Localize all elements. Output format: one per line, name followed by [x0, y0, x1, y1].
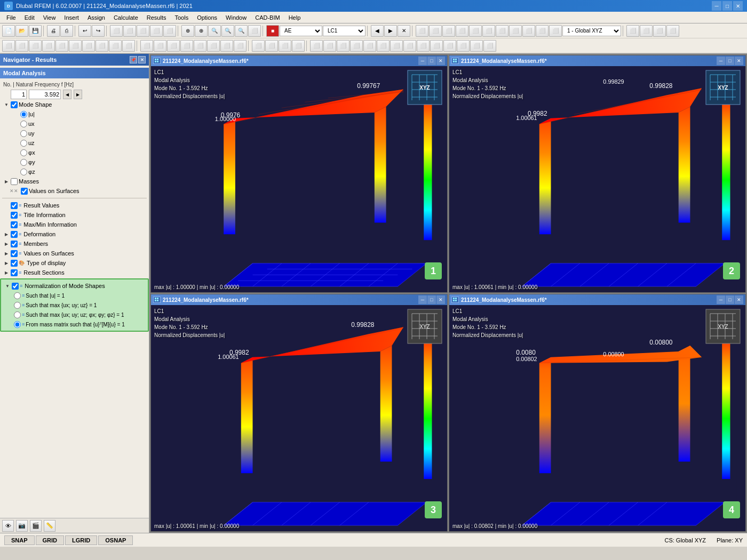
- tb-btn-z[interactable]: ⬜: [549, 25, 562, 37]
- rs-checkbox[interactable]: [11, 269, 18, 276]
- tb-save[interactable]: 💾: [29, 25, 42, 37]
- mode-radio-ux[interactable]: [20, 121, 27, 127]
- mm-expand[interactable]: [3, 221, 10, 228]
- norm-checkbox[interactable]: [12, 283, 19, 290]
- mode-radio-phiz[interactable]: [20, 169, 27, 175]
- norm-radio-2[interactable]: [14, 302, 21, 309]
- tb2-btn-aa[interactable]: ⬜: [363, 40, 376, 52]
- tb2-btn-p[interactable]: ⬜: [207, 40, 220, 52]
- tb-btn-t[interactable]: ⬜: [469, 25, 482, 37]
- tb-btn-u[interactable]: ⬜: [482, 25, 495, 37]
- menu-assign[interactable]: Assign: [83, 13, 109, 22]
- menu-tools[interactable]: Tools: [170, 13, 193, 22]
- tb2-btn-i[interactable]: ⬜: [109, 40, 122, 52]
- norm-opt-3[interactable]: ≡ Such that max {ux; uy; uz; φx; φy; φz}…: [13, 310, 147, 319]
- tb-btn-aa[interactable]: ⬜: [626, 25, 639, 37]
- grid-section[interactable]: GRID: [36, 535, 65, 545]
- type-display-item[interactable]: ▶ 🎨 Type of display: [0, 258, 149, 268]
- freq-value-input[interactable]: [29, 90, 61, 99]
- ti-expand[interactable]: [3, 212, 10, 218]
- tb2-btn-o[interactable]: ⬜: [194, 40, 206, 52]
- rs-expand[interactable]: ▶: [3, 269, 10, 276]
- menu-calculate[interactable]: Calculate: [109, 13, 142, 22]
- tb2-btn-af[interactable]: ⬜: [430, 40, 443, 52]
- masses-item[interactable]: ▶ Masses: [0, 177, 149, 186]
- val-surfaces-checkbox[interactable]: [21, 188, 28, 195]
- mode-radio-phix[interactable]: [20, 149, 27, 156]
- val-surfaces-item[interactable]: ✕✕ Values on Surfaces: [0, 186, 149, 196]
- tb-btn-m[interactable]: ◀: [371, 25, 384, 37]
- vp4-restore-button[interactable]: □: [726, 295, 734, 304]
- tb2-btn-f[interactable]: ⬜: [69, 40, 82, 52]
- tb2-btn-k[interactable]: ⬜: [140, 40, 153, 52]
- freq-no-input[interactable]: [11, 90, 27, 99]
- tb2-btn-b[interactable]: ⬜: [15, 40, 28, 52]
- tb-print2[interactable]: ⎙: [60, 25, 73, 37]
- vp3-minimize-button[interactable]: ─: [418, 295, 427, 304]
- tb-open[interactable]: 📂: [15, 25, 28, 37]
- tb2-btn-v[interactable]: ⬜: [292, 40, 305, 52]
- tb2-btn-d[interactable]: ⬜: [42, 40, 55, 52]
- deformation-item[interactable]: ▶ ≡ Deformation: [0, 229, 149, 239]
- tb2-btn-s[interactable]: ⬜: [252, 40, 265, 52]
- vp4-minimize-button[interactable]: ─: [717, 295, 725, 304]
- tb-btn-ab[interactable]: ⬜: [640, 25, 653, 37]
- tb-btn-q[interactable]: ⬜: [429, 25, 442, 37]
- vos-item[interactable]: ▶ ≡ Values on Surfaces: [0, 249, 149, 258]
- mm-checkbox[interactable]: [11, 221, 18, 228]
- vos2-checkbox[interactable]: [11, 250, 18, 257]
- norm-opt-1[interactable]: ≡ Such that |u| = 1: [13, 291, 147, 300]
- tb-btn-v[interactable]: ⬜: [496, 25, 508, 37]
- tb-print[interactable]: 🖨: [47, 25, 60, 37]
- menu-cad-bim[interactable]: CAD-BIM: [251, 13, 284, 22]
- maxmin-item[interactable]: ≡ Max/Min Information: [0, 220, 149, 229]
- masses-expand[interactable]: ▶: [3, 178, 10, 185]
- tb2-btn-c[interactable]: ⬜: [29, 40, 42, 52]
- tb2-btn-z[interactable]: ⬜: [350, 40, 363, 52]
- minimize-button[interactable]: ─: [712, 1, 721, 11]
- tb-btn-w[interactable]: ⬜: [509, 25, 522, 37]
- tb-btn-e[interactable]: ⬜: [163, 25, 176, 37]
- menu-options[interactable]: Options: [193, 13, 221, 22]
- mode-radio-uy[interactable]: [20, 130, 27, 137]
- tb2-btn-w[interactable]: ⬜: [310, 40, 323, 52]
- td-checkbox[interactable]: [11, 260, 18, 267]
- tb-btn-ad[interactable]: ⬜: [666, 25, 679, 37]
- tb-lc-dropdown[interactable]: LC1: [323, 26, 365, 36]
- tb-btn-d[interactable]: ⬜: [150, 25, 163, 37]
- tb2-btn-ai[interactable]: ⬜: [470, 40, 483, 52]
- tb-btn-s[interactable]: ⬜: [456, 25, 468, 37]
- tb-xyz-dropdown[interactable]: 1 - Global XYZ: [562, 26, 621, 36]
- vp2-content[interactable]: LC1 Modal Analysis Mode No. 1 - 3.592 Hz…: [449, 66, 745, 292]
- tb2-btn-ad[interactable]: ⬜: [403, 40, 416, 52]
- norm-opt-2[interactable]: ≡ Such that max {ux; uy; uz} = 1: [13, 300, 147, 310]
- rv-checkbox[interactable]: [11, 202, 18, 209]
- members-checkbox[interactable]: [11, 241, 18, 247]
- menu-edit[interactable]: Edit: [20, 13, 39, 22]
- tb2-btn-u[interactable]: ⬜: [279, 40, 291, 52]
- osnap-section[interactable]: OSNAP: [98, 535, 133, 545]
- mode-radio-uz[interactable]: [20, 140, 27, 147]
- norm-header-item[interactable]: ▼ ≡ Normalization of Mode Shapes: [2, 281, 147, 291]
- tb2-btn-e[interactable]: ⬜: [55, 40, 68, 52]
- norm-radio-1[interactable]: [14, 292, 21, 299]
- tb-new[interactable]: 📄: [2, 25, 15, 37]
- close-button[interactable]: ✕: [733, 1, 743, 11]
- tb2-btn-n[interactable]: ⬜: [180, 40, 193, 52]
- tb-undo[interactable]: ↩: [78, 25, 91, 37]
- tb-btn-a[interactable]: ⬜: [110, 25, 123, 37]
- tb-btn-p[interactable]: ⬜: [416, 25, 428, 37]
- nav-close-button[interactable]: ✕: [138, 56, 146, 63]
- nav-bottom-btn-1[interactable]: 👁: [2, 520, 14, 532]
- result-sections-item[interactable]: ▶ ≡ Result Sections: [0, 268, 149, 277]
- tb2-btn-y[interactable]: ⬜: [337, 40, 349, 52]
- mode-opt-uz[interactable]: uz: [19, 138, 149, 148]
- mode-opt-phiz[interactable]: φz: [19, 167, 149, 177]
- vp4-close-button[interactable]: ✕: [735, 295, 743, 304]
- mode-radio-abs[interactable]: [20, 111, 27, 118]
- vp1-close-button[interactable]: ✕: [436, 57, 445, 65]
- lgrid-section[interactable]: LGRID: [65, 535, 97, 545]
- tb-redo[interactable]: ↪: [92, 25, 105, 37]
- mode-shape-checkbox[interactable]: [11, 101, 18, 108]
- mode-radio-phiy[interactable]: [20, 159, 27, 166]
